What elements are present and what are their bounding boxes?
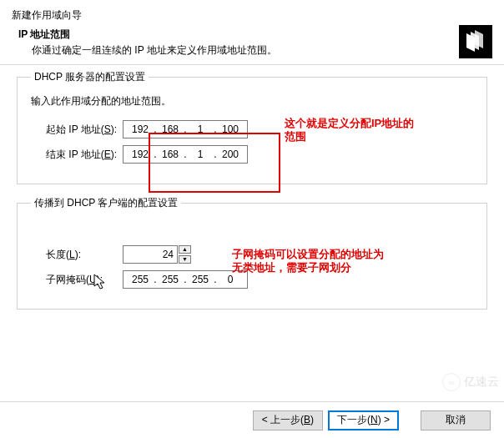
dialog-header: 新建作用域向导 IP 地址范围 你通过确定一组连续的 IP 地址来定义作用域地址… bbox=[0, 0, 504, 64]
group1-description: 输入此作用域分配的地址范围。 bbox=[31, 94, 473, 108]
group2-legend: 传播到 DHCP 客户端的配置设置 bbox=[31, 196, 181, 210]
end-ip-label: 结束 IP 地址(E): bbox=[31, 148, 123, 162]
watermark-logo-icon: ∞ bbox=[442, 373, 461, 391]
annotation-text-subnet: 子网掩码可以设置分配的地址为 无类地址，需要子网划分 bbox=[232, 248, 424, 274]
scope-wizard-dialog: 新建作用域向导 IP 地址范围 你通过确定一组连续的 IP 地址来定义作用域地址… bbox=[0, 0, 504, 438]
watermark: ∞ 亿速云 bbox=[442, 373, 499, 391]
length-label: 长度(L): bbox=[31, 248, 123, 262]
folders-icon bbox=[459, 25, 492, 58]
subnet-mask-label: 子网掩码(U): bbox=[31, 273, 123, 287]
end-ip-input[interactable]: 192. 168. 1. 200 bbox=[123, 145, 248, 164]
subnet-mask-input[interactable]: 255. 255. 255. 0 bbox=[123, 270, 248, 289]
group1-legend: DHCP 服务器的配置设置 bbox=[31, 70, 149, 84]
annotation-text-ip-range: 这个就是定义分配IP地址的 范围 bbox=[285, 117, 451, 143]
end-ip-row: 结束 IP 地址(E): 192. 168. 1. 200 bbox=[31, 145, 473, 164]
length-spin-up[interactable]: ▲ bbox=[179, 245, 191, 254]
watermark-text: 亿速云 bbox=[464, 375, 499, 390]
length-spin-down[interactable]: ▼ bbox=[179, 255, 191, 264]
next-button[interactable]: 下一步(N) > bbox=[328, 410, 399, 430]
back-button[interactable]: < 上一步(B) bbox=[253, 410, 323, 430]
window-title: 新建作用域向导 bbox=[12, 8, 492, 23]
dialog-footer: < 上一步(B) 下一步(N) > 取消 bbox=[0, 401, 504, 438]
start-ip-input[interactable]: 192. 168. 1. 100 bbox=[123, 120, 248, 138]
length-input[interactable]: 24 bbox=[123, 245, 178, 264]
header-subtitle: IP 地址范围 bbox=[12, 28, 492, 42]
header-description: 你通过确定一组连续的 IP 地址来定义作用域地址范围。 bbox=[12, 43, 492, 58]
length-spinner: ▲ ▼ bbox=[179, 245, 191, 264]
start-ip-label: 起始 IP 地址(S): bbox=[31, 123, 123, 137]
cancel-button[interactable]: 取消 bbox=[421, 410, 491, 430]
